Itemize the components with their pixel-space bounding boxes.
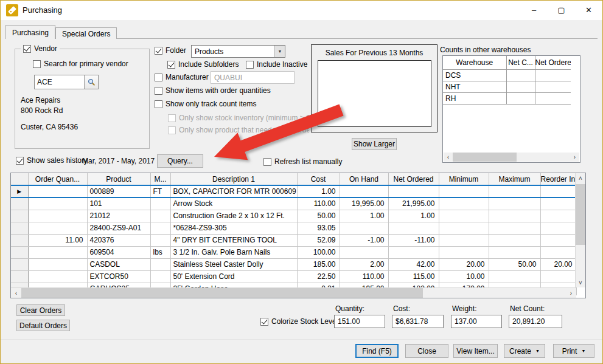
row-selector[interactable] — [11, 270, 28, 283]
table-row[interactable]: CASDOLStainless Steel Caster Dolly185.00… — [11, 258, 576, 270]
grid-cell[interactable] — [489, 246, 540, 258]
net-count-field[interactable]: 20,891.20 — [509, 315, 562, 328]
grid-cell[interactable] — [489, 270, 540, 283]
column-header-minimum[interactable]: Minimum — [439, 173, 489, 185]
find-button[interactable]: Find (F5) — [355, 344, 399, 358]
grid-cell[interactable] — [540, 197, 576, 210]
quantity-field[interactable]: 151.00 — [334, 315, 385, 328]
grid-cell[interactable] — [540, 222, 576, 234]
table-row[interactable]: NHT — [443, 81, 571, 92]
grid-cell[interactable] — [439, 197, 489, 210]
grid-cell[interactable] — [28, 270, 87, 283]
column-header-net-c[interactable]: Net C... — [506, 56, 535, 69]
tab-special-orders[interactable]: Special Orders — [55, 27, 117, 39]
column-header-maximum[interactable]: Maximum — [489, 173, 540, 185]
grid-cell[interactable]: 000889 — [87, 185, 150, 197]
query-button[interactable]: Query... — [157, 154, 203, 168]
grid-horizontal-scrollbar[interactable]: ‹ › — [11, 287, 576, 298]
grid-cell[interactable] — [489, 185, 540, 197]
scrollbar-thumb[interactable] — [576, 184, 585, 245]
grid-cell[interactable] — [489, 210, 540, 222]
vendor-code-input[interactable]: ACE — [34, 75, 99, 89]
grid-cell[interactable]: 50' Extension Cord — [170, 270, 297, 283]
include-subfolders-checkbox[interactable]: Include Subfolders — [167, 60, 239, 69]
grid-cell[interactable] — [150, 197, 170, 210]
grid-cell[interactable]: 50.00 — [489, 258, 540, 270]
row-selector[interactable] — [11, 222, 28, 234]
grid-cell[interactable]: Arrow Stock — [170, 197, 297, 210]
column-header-warehouse[interactable]: Warehouse — [443, 56, 506, 69]
column-header-cost[interactable]: Cost — [297, 173, 340, 185]
folder-combobox[interactable]: Products ▼ — [191, 45, 285, 58]
grid-cell[interactable]: *06284-ZS9-305 — [170, 222, 297, 234]
grid-cell[interactable] — [540, 234, 576, 246]
grid-cell[interactable]: 110.00 — [297, 197, 340, 210]
grid-cell[interactable]: 100.00 — [297, 246, 340, 258]
create-button[interactable]: Create▼ — [504, 344, 545, 358]
column-header-product[interactable]: ⌃Product — [87, 173, 150, 185]
grid-vertical-scrollbar[interactable]: ˄ ˅ — [575, 173, 585, 287]
grid-cell[interactable]: CASDOL — [87, 258, 150, 270]
grid-cell[interactable]: -1.00 — [340, 234, 388, 246]
table-row[interactable]: 101Arrow Stock110.0019,995.0021,995.00 — [11, 197, 576, 210]
grid-cell[interactable]: 28400-ZS9-A01 — [87, 222, 150, 234]
grid-cell[interactable] — [439, 185, 489, 197]
print-button[interactable]: Print▼ — [553, 344, 594, 358]
grid-cell[interactable]: 2.00 — [340, 258, 388, 270]
warehouse-cell[interactable]: RH — [443, 92, 506, 104]
manufacturer-checkbox[interactable]: Manufacturer — [155, 73, 209, 81]
grid-cell[interactable]: 22.50 — [297, 270, 340, 283]
weight-field[interactable]: 137.00 — [451, 315, 502, 328]
warehouse-cell[interactable] — [506, 69, 535, 81]
scroll-right-icon[interactable]: › — [566, 288, 576, 298]
scrollbar-thumb[interactable] — [453, 153, 517, 162]
default-orders-button[interactable]: Default Orders — [16, 320, 70, 331]
show-only-track-count-checkbox[interactable]: Show only track count items — [155, 100, 256, 108]
grid-cell[interactable] — [340, 222, 388, 234]
close-button[interactable]: ✕ — [575, 1, 602, 19]
grid-cell[interactable]: 1.00 — [340, 210, 388, 222]
grid-cell[interactable]: 110.00 — [340, 270, 388, 283]
search-primary-vendor-checkbox[interactable]: Search for primary vendor — [33, 60, 128, 68]
show-items-with-order-quantities-checkbox[interactable]: Show items with order quantities — [155, 86, 271, 95]
grid-cell[interactable]: lbs — [150, 246, 170, 258]
scroll-left-icon[interactable]: ‹ — [444, 153, 453, 162]
table-row[interactable]: EXTCOR5050' Extension Cord22.50110.00115… — [11, 270, 576, 283]
grid-cell[interactable] — [540, 246, 576, 258]
grid-cell[interactable]: -11.00 — [388, 234, 439, 246]
grid-cell[interactable] — [439, 246, 489, 258]
warehouse-cell[interactable] — [535, 69, 571, 81]
grid-cell[interactable] — [150, 258, 170, 270]
column-header-net-ordered[interactable]: Net Ordered — [535, 56, 571, 69]
warehouse-cell[interactable] — [506, 92, 535, 104]
grid-cell[interactable]: FT — [150, 185, 170, 197]
grid-cell[interactable] — [28, 246, 87, 258]
show-sales-history-checkbox[interactable]: Show sales history — [16, 156, 88, 165]
column-header-net-ordered[interactable]: Net Ordered — [388, 173, 439, 185]
table-row[interactable]: DCS — [443, 69, 571, 81]
grid-cell[interactable] — [150, 234, 170, 246]
table-row[interactable]: RH — [443, 92, 571, 104]
row-selector[interactable] — [11, 197, 28, 210]
manufacturer-input[interactable]: QUABUI — [211, 71, 295, 84]
tab-purchasing[interactable]: Purchasing — [5, 25, 55, 39]
grid-cell[interactable]: 19,995.00 — [340, 197, 388, 210]
grid-cell[interactable] — [150, 270, 170, 283]
grid-cell[interactable] — [28, 258, 87, 270]
row-selector[interactable] — [11, 234, 28, 246]
grid-cell[interactable] — [540, 185, 576, 197]
grid-cell[interactable] — [489, 222, 540, 234]
grid-cell[interactable] — [340, 246, 388, 258]
grid-cell[interactable] — [388, 222, 439, 234]
column-header-description[interactable]: Description 1 — [170, 173, 297, 185]
grid-cell[interactable]: Stainless Steel Caster Dolly — [170, 258, 297, 270]
grid-cell[interactable] — [150, 222, 170, 234]
grid-cell[interactable] — [439, 210, 489, 222]
vendor-code-value[interactable]: ACE — [35, 75, 84, 89]
grid-cell[interactable] — [150, 210, 170, 222]
grid-cell[interactable]: 115.00 — [388, 270, 439, 283]
grid-cell[interactable]: Construction Grade 2 x 10 x 12 Ft. — [170, 210, 297, 222]
grid-cell[interactable]: 1.00 — [388, 210, 439, 222]
chevron-down-icon[interactable]: ▼ — [274, 46, 285, 57]
scroll-left-icon[interactable]: ‹ — [11, 288, 21, 298]
